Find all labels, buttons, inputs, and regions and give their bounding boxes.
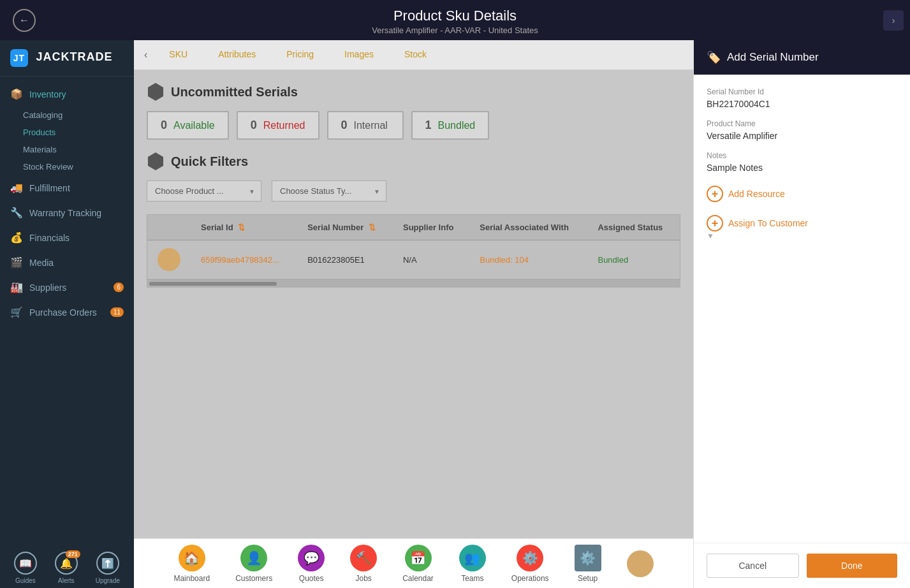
- uncommitted-serials-title: Uncommitted Serials: [171, 85, 298, 99]
- warranty-label: Warranty Tracking: [29, 208, 101, 218]
- stock-review-label: Stock Review: [23, 162, 73, 172]
- upgrade-button[interactable]: ⬆️ Upgrade: [96, 552, 120, 584]
- sidebar-item-stock-review[interactable]: Stock Review: [0, 158, 134, 175]
- jobs-label: Jobs: [355, 574, 371, 583]
- notes-value: Sample Notes: [707, 163, 897, 173]
- right-panel-footer: Cancel Done: [694, 543, 910, 588]
- serial-number-id-group: Serial Number Id BH22170004C1: [707, 87, 897, 109]
- serial-id-cell[interactable]: 659f99aeb4798342...: [191, 240, 297, 279]
- sidebar-item-fulfillment[interactable]: 🚚 Fulfillment: [0, 175, 134, 200]
- sidebar-item-suppliers[interactable]: 🏭 Suppliers 6: [0, 275, 134, 300]
- taskbar-calendar[interactable]: 📅 Calendar: [390, 539, 446, 588]
- sidebar-item-warranty-tracking[interactable]: 🔧 Warranty Tracking: [0, 200, 134, 225]
- customers-label: Customers: [235, 574, 272, 583]
- logo-text: JACKTRADE: [36, 50, 112, 63]
- assign-to-customer-row[interactable]: + Assign To Customer: [707, 215, 897, 232]
- serial-id-link[interactable]: 659f99aeb4798342...: [201, 255, 279, 265]
- status-label: Bundled: [598, 255, 628, 265]
- taskbar-quotes[interactable]: 💬 Quotes: [285, 539, 337, 588]
- cataloging-label: Cataloging: [23, 110, 62, 120]
- bundled-count: 1: [425, 119, 432, 132]
- status-filter[interactable]: Choose Status Ty...: [272, 180, 386, 202]
- tab-images[interactable]: Images: [329, 40, 389, 70]
- tab-pricing[interactable]: Pricing: [271, 40, 329, 70]
- product-filter[interactable]: Choose Product ...: [147, 180, 261, 202]
- table-row: 659f99aeb4798342... B016223805E1 N/A Bun…: [147, 240, 680, 279]
- quick-filters-hex-icon: [147, 152, 165, 170]
- setup-label: Setup: [578, 574, 598, 583]
- serial-number-sort-icon: ⇅: [369, 223, 376, 232]
- col-serial-number[interactable]: Serial Number ⇅: [297, 215, 393, 240]
- warranty-icon: 🔧: [10, 207, 23, 219]
- forward-button[interactable]: ›: [883, 10, 904, 31]
- serial-number-id-value: BH22170004C1: [707, 99, 897, 109]
- col-associated-with: Serial Associated With: [469, 215, 587, 240]
- scroll-bar[interactable]: [147, 280, 680, 288]
- user-avatar-icon: [627, 550, 654, 577]
- assigned-status-cell: Bundled: [587, 240, 680, 279]
- sidebar-item-purchase-orders[interactable]: 🛒 Purchase Orders 11: [0, 300, 134, 325]
- add-resource-label: Add Resource: [728, 189, 785, 199]
- tab-sku[interactable]: SKU: [154, 40, 203, 70]
- sidebar-item-materials[interactable]: Materials: [0, 141, 134, 158]
- notes-label: Notes: [707, 151, 897, 160]
- right-panel: 🏷️ Add Serial Number Serial Number Id BH…: [693, 40, 910, 588]
- bundled-link[interactable]: Bundled: 104: [480, 255, 529, 265]
- add-resource-row[interactable]: + Add Resource: [707, 186, 897, 202]
- product-name-label: Product Name: [707, 119, 897, 128]
- row-avatar: [158, 248, 180, 271]
- alerts-button[interactable]: 🔔 271 Alerts: [55, 552, 78, 584]
- quotes-label: Quotes: [299, 574, 324, 583]
- taskbar-customers[interactable]: 👤 Customers: [223, 539, 285, 588]
- associated-with-cell: Bundled: 104: [469, 240, 587, 279]
- tab-back-button[interactable]: ‹: [144, 49, 147, 61]
- col-serial-id[interactable]: Serial Id ⇅: [191, 215, 297, 240]
- tag-icon: 🏷️: [707, 50, 721, 64]
- taskbar-user-avatar[interactable]: [614, 539, 666, 588]
- sidebar-item-cataloging[interactable]: Cataloging: [0, 107, 134, 124]
- right-panel-body: Serial Number Id BH22170004C1 Product Na…: [694, 75, 910, 543]
- filter-row: Choose Product ... Choose Status Ty...: [147, 180, 680, 202]
- main-content: Uncommitted Serials 0 Available 0 Return…: [134, 70, 693, 538]
- tab-attributes[interactable]: Attributes: [203, 40, 271, 70]
- teams-icon: 👥: [459, 545, 486, 571]
- cancel-button[interactable]: Cancel: [707, 554, 799, 578]
- mainboard-icon: 🏠: [179, 545, 205, 571]
- serial-table: Serial Id ⇅ Serial Number ⇅ Supplier Inf…: [147, 214, 680, 280]
- page-title: Product Sku Details: [0, 8, 910, 24]
- guides-icon: 📖: [14, 552, 37, 575]
- panel-chevron-down-icon: ▼: [707, 232, 897, 240]
- mainboard-label: Mainboard: [173, 574, 210, 583]
- jobs-icon: 🔨: [350, 545, 377, 571]
- inventory-icon: 📦: [10, 88, 23, 100]
- supplier-info-cell: N/A: [393, 240, 469, 279]
- sidebar: JT JACKTRADE 📦 Inventory Cataloging Prod…: [0, 40, 134, 588]
- tab-stock[interactable]: Stock: [389, 40, 442, 70]
- col-assigned-status: Assigned Status: [587, 215, 680, 240]
- sidebar-item-products[interactable]: Products: [0, 124, 134, 141]
- sidebar-item-media[interactable]: 🎬 Media: [0, 250, 134, 275]
- taskbar-operations[interactable]: ⚙️ Operations: [499, 539, 562, 588]
- guides-button[interactable]: 📖 Guides: [14, 552, 37, 584]
- back-button[interactable]: ←: [13, 9, 36, 32]
- quotes-icon: 💬: [298, 545, 325, 571]
- right-panel-title: Add Serial Number: [727, 51, 819, 64]
- purchase-orders-icon: 🛒: [10, 306, 23, 318]
- purchase-orders-badge: 11: [110, 307, 124, 317]
- internal-label: Internal: [354, 120, 388, 131]
- sidebar-item-inventory[interactable]: 📦 Inventory: [0, 82, 134, 107]
- stat-bundled: 1 Bundled: [411, 111, 490, 140]
- taskbar-teams[interactable]: 👥 Teams: [446, 539, 499, 588]
- quick-filters-title: Quick Filters: [171, 154, 248, 169]
- taskbar-jobs[interactable]: 🔨 Jobs: [337, 539, 390, 588]
- serial-number-id-label: Serial Number Id: [707, 87, 897, 96]
- taskbar-setup[interactable]: ⚙️ Setup: [562, 539, 614, 588]
- customers-icon: 👤: [240, 545, 267, 571]
- taskbar-mainboard[interactable]: 🏠 Mainboard: [161, 539, 223, 588]
- returned-count: 0: [251, 119, 257, 132]
- returned-label: Returned: [263, 120, 305, 131]
- done-button[interactable]: Done: [807, 554, 898, 578]
- sidebar-item-financials[interactable]: 💰 Financials: [0, 225, 134, 250]
- quick-filters-section: Quick Filters: [147, 152, 680, 170]
- sidebar-bottom-icons: 📖 Guides 🔔 271 Alerts ⬆️ Upgrade: [0, 545, 134, 588]
